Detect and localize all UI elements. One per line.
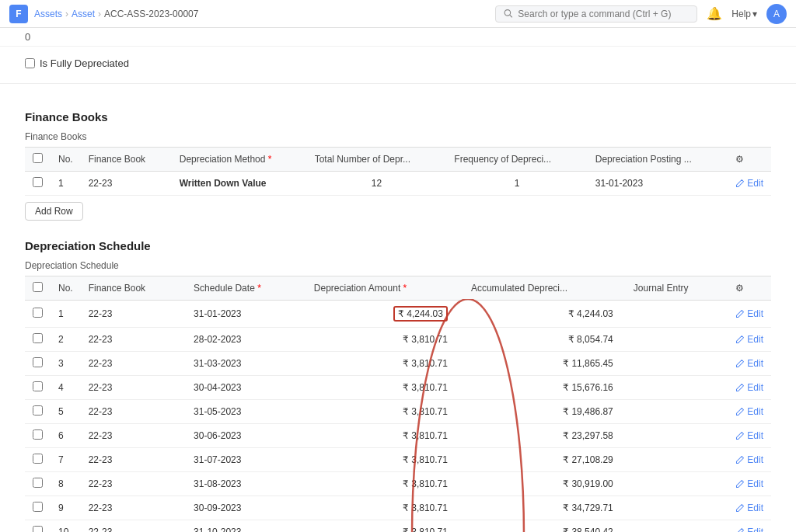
row-journal-entry bbox=[626, 496, 728, 520]
table-row: 8 22-23 31-08-2023 ₹ 3,810.71 ₹ 30,919.0… bbox=[25, 472, 771, 496]
edit-link[interactable]: Edit bbox=[735, 502, 763, 513]
row-checkbox[interactable] bbox=[25, 352, 51, 376]
edit-link[interactable]: Edit bbox=[735, 430, 763, 441]
row-edit[interactable]: Edit bbox=[728, 376, 771, 400]
row-checkbox[interactable] bbox=[25, 448, 51, 472]
edit-icon bbox=[735, 179, 745, 188]
table-row: 6 22-23 30-06-2023 ₹ 3,810.71 ₹ 23,297.5… bbox=[25, 424, 771, 448]
row-checkbox[interactable] bbox=[25, 520, 51, 533]
edit-link[interactable]: Edit bbox=[735, 406, 763, 417]
is-fully-depreciated-field[interactable]: Is Fully Depreciated bbox=[25, 57, 771, 69]
depreciation-schedule-section: Depreciation Schedule Depreciation Sched… bbox=[25, 239, 771, 532]
breadcrumb-asset[interactable]: Asset bbox=[72, 9, 95, 19]
row-accumulated: ₹ 15,676.16 bbox=[463, 376, 626, 400]
notification-bell-icon[interactable]: 🔔 bbox=[707, 6, 722, 21]
row-accumulated: ₹ 8,054.74 bbox=[463, 328, 626, 352]
row-frequency: 1 bbox=[446, 172, 587, 196]
table-row: 9 22-23 30-09-2023 ₹ 3,810.71 ₹ 34,729.7… bbox=[25, 496, 771, 520]
select-all-ds-checkbox[interactable] bbox=[33, 282, 43, 292]
row-finance-book: 22-23 bbox=[81, 424, 186, 448]
row-journal-entry bbox=[626, 352, 728, 376]
select-all-fb-checkbox[interactable] bbox=[33, 153, 43, 163]
top-navigation: F Assets › Asset › ACC-ASS-2023-00007 🔔 … bbox=[0, 0, 796, 28]
row-accumulated: ₹ 30,919.00 bbox=[463, 472, 626, 496]
is-fully-depreciated-checkbox[interactable] bbox=[25, 58, 35, 68]
row-edit[interactable]: Edit bbox=[728, 472, 771, 496]
finance-books-table: No. Finance Book Depreciation Method * T… bbox=[25, 147, 771, 196]
breadcrumb-assets[interactable]: Assets bbox=[34, 9, 62, 19]
row-no: 2 bbox=[51, 328, 81, 352]
ds-header-finance-book: Finance Book bbox=[81, 276, 186, 301]
row-checkbox[interactable] bbox=[25, 400, 51, 424]
row-finance-book: 22-23 bbox=[81, 301, 186, 328]
table-row: 7 22-23 31-07-2023 ₹ 3,810.71 ₹ 27,108.2… bbox=[25, 448, 771, 472]
row-edit[interactable]: Edit bbox=[728, 424, 771, 448]
row-checkbox[interactable] bbox=[25, 424, 51, 448]
finance-books-table-label: Finance Books bbox=[25, 131, 771, 142]
row-edit[interactable]: Edit bbox=[728, 496, 771, 520]
search-bar[interactable] bbox=[495, 5, 697, 23]
app-logo[interactable]: F bbox=[9, 5, 28, 23]
chevron-down-icon: ▾ bbox=[752, 9, 757, 19]
help-button[interactable]: Help ▾ bbox=[731, 9, 757, 19]
edit-link[interactable]: Edit bbox=[735, 358, 763, 369]
table-row: 5 22-23 31-05-2023 ₹ 3,810.71 ₹ 19,486.8… bbox=[25, 400, 771, 424]
row-finance-book: 22-23 bbox=[81, 172, 172, 196]
edit-icon bbox=[735, 359, 745, 368]
fb-header-no: No. bbox=[51, 148, 81, 172]
edit-icon bbox=[735, 431, 745, 440]
row-checkbox[interactable] bbox=[25, 172, 51, 196]
row-edit[interactable]: Edit bbox=[728, 301, 771, 328]
fb-header-finance-book: Finance Book bbox=[81, 148, 172, 172]
search-input[interactable] bbox=[518, 9, 689, 19]
row-journal-entry bbox=[626, 472, 728, 496]
row-checkbox[interactable] bbox=[25, 301, 51, 328]
edit-link[interactable]: Edit bbox=[735, 454, 763, 465]
row-depreciation-amount: ₹ 3,810.71 bbox=[306, 520, 463, 533]
edit-link[interactable]: Edit bbox=[735, 178, 763, 189]
row-edit[interactable]: Edit bbox=[728, 352, 771, 376]
row-edit[interactable]: Edit bbox=[728, 328, 771, 352]
edit-link[interactable]: Edit bbox=[735, 478, 763, 489]
row-journal-entry bbox=[626, 520, 728, 533]
row-edit[interactable]: Edit bbox=[728, 448, 771, 472]
row-depreciation-amount: ₹ 3,810.71 bbox=[306, 448, 463, 472]
row-checkbox[interactable] bbox=[25, 376, 51, 400]
row-no: 3 bbox=[51, 352, 81, 376]
edit-icon bbox=[735, 309, 745, 318]
avatar[interactable]: A bbox=[766, 4, 787, 24]
row-checkbox[interactable] bbox=[25, 328, 51, 352]
edit-link[interactable]: Edit bbox=[735, 334, 763, 345]
ds-header-row: No. Finance Book Schedule Date * Depreci… bbox=[25, 276, 771, 301]
row-journal-entry bbox=[626, 301, 728, 328]
row-edit[interactable]: Edit bbox=[728, 520, 771, 533]
row-checkbox[interactable] bbox=[25, 496, 51, 520]
breadcrumb: Assets › Asset › ACC-ASS-2023-00007 bbox=[34, 9, 198, 19]
row-checkbox[interactable] bbox=[25, 472, 51, 496]
row-edit[interactable]: Edit bbox=[728, 400, 771, 424]
row-journal-entry bbox=[626, 376, 728, 400]
edit-link[interactable]: Edit bbox=[735, 527, 763, 532]
fb-header-total-number: Total Number of Depr... bbox=[307, 148, 447, 172]
row-accumulated: ₹ 4,244.03 bbox=[463, 301, 626, 328]
main-content: 0 Is Fully Depreciated Finance Books Fin… bbox=[0, 28, 796, 532]
add-row-button[interactable]: Add Row bbox=[25, 202, 83, 221]
row-depreciation-amount: ₹ 3,810.71 bbox=[306, 352, 463, 376]
row-posting-date: 31-01-2023 bbox=[588, 172, 728, 196]
row-finance-book: 22-23 bbox=[81, 328, 186, 352]
row-schedule-date: 31-01-2023 bbox=[186, 301, 306, 328]
table-row: 3 22-23 31-03-2023 ₹ 3,810.71 ₹ 11,865.4… bbox=[25, 352, 771, 376]
row-no: 1 bbox=[51, 301, 81, 328]
edit-icon bbox=[735, 503, 745, 513]
finance-books-section: Finance Books Finance Books No. Finance … bbox=[25, 110, 771, 221]
edit-link[interactable]: Edit bbox=[735, 382, 763, 393]
fb-header-settings[interactable]: ⚙ bbox=[728, 148, 771, 172]
edit-link[interactable]: Edit bbox=[735, 308, 763, 319]
row-accumulated: ₹ 34,729.71 bbox=[463, 496, 626, 520]
row-edit[interactable]: Edit bbox=[728, 172, 771, 196]
edit-icon bbox=[735, 527, 745, 532]
edit-icon bbox=[735, 383, 745, 392]
row-schedule-date: 30-04-2023 bbox=[186, 376, 306, 400]
row-total-number: 12 bbox=[307, 172, 447, 196]
ds-header-settings[interactable]: ⚙ bbox=[728, 276, 771, 301]
